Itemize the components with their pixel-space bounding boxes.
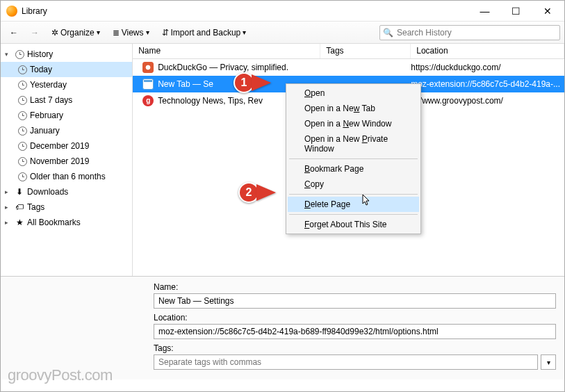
col-location[interactable]: Location	[411, 44, 564, 58]
views-menu[interactable]: ≣ Views	[108, 25, 154, 40]
search-icon: 🔍	[383, 28, 393, 38]
minimize-button[interactable]: —	[469, 1, 500, 21]
sidebar-item-dec19[interactable]: December 2019	[1, 138, 132, 154]
search-box: 🔍	[379, 25, 560, 40]
firefox-icon	[6, 6, 17, 17]
column-headers: Name Tags Location	[133, 44, 564, 59]
name-field[interactable]	[154, 293, 556, 309]
sidebar-item-today[interactable]: Today	[1, 62, 132, 77]
sidebar-item-last7[interactable]: Last 7 days	[1, 92, 132, 108]
location-field[interactable]	[154, 324, 556, 339]
search-input[interactable]	[379, 25, 560, 40]
toolbar: ← → ✲ Organize ≣ Views ⇵ Import and Back…	[1, 22, 564, 44]
ctx-open[interactable]: Open	[288, 85, 419, 101]
titlebar: Library — ☐ ✕	[1, 1, 564, 22]
location-label: Location:	[154, 313, 556, 322]
cursor-icon	[362, 194, 372, 209]
ctx-forget-site[interactable]: Forget About This Site	[288, 217, 419, 232]
sidebar-history[interactable]: ▾History	[1, 47, 132, 62]
sidebar-item-yesterday[interactable]: Yesterday	[1, 77, 132, 92]
back-button[interactable]: ←	[5, 25, 23, 40]
sidebar-item-jan[interactable]: January	[1, 123, 132, 138]
details-panel: Name: Location: Tags: ▾	[1, 276, 564, 379]
sidebar-bookmarks[interactable]: ▸★All Bookmarks	[1, 215, 132, 230]
col-tags[interactable]: Tags	[320, 44, 411, 58]
sidebar-item-older[interactable]: Older than 6 months	[1, 169, 132, 184]
col-name[interactable]: Name	[133, 44, 320, 58]
tags-field[interactable]	[154, 354, 538, 370]
ctx-copy[interactable]: Copy	[288, 177, 419, 192]
tags-label: Tags:	[154, 343, 556, 353]
sidebar: ▾History Today Yesterday Last 7 days Feb…	[1, 44, 133, 276]
forward-button[interactable]: →	[26, 25, 44, 40]
callout-1: 1	[234, 72, 271, 93]
sidebar-item-feb[interactable]: February	[1, 108, 132, 123]
tags-dropdown-button[interactable]: ▾	[541, 354, 556, 370]
context-menu: Open Open in a New Tab Open in a New Win…	[286, 83, 421, 234]
groovypost-icon: g	[142, 95, 154, 106]
callout-2: 2	[238, 182, 276, 203]
sidebar-downloads[interactable]: ▸⬇Downloads	[1, 184, 132, 199]
ctx-open-private[interactable]: Open in a New Private Window	[288, 131, 419, 156]
close-button[interactable]: ✕	[532, 1, 563, 21]
ddg-icon	[142, 62, 154, 73]
newtab-icon	[142, 79, 154, 90]
watermark: groovyPost.com	[8, 366, 113, 384]
sidebar-item-nov19[interactable]: November 2019	[1, 154, 132, 169]
ctx-bookmark[interactable]: Bookmark Page	[288, 161, 419, 177]
window-title: Library	[22, 6, 469, 16]
organize-menu[interactable]: ✲ Organize	[47, 25, 105, 40]
name-label: Name:	[154, 282, 556, 292]
import-backup-menu[interactable]: ⇵ Import and Backup	[157, 25, 252, 40]
sidebar-tags[interactable]: ▸🏷Tags	[1, 199, 132, 215]
ctx-open-new-tab[interactable]: Open in a New Tab	[288, 101, 419, 116]
maximize-button[interactable]: ☐	[500, 1, 532, 21]
ctx-delete-page[interactable]: Delete Page	[288, 197, 419, 212]
ctx-open-new-window[interactable]: Open in a New Window	[288, 116, 419, 131]
library-window: Library — ☐ ✕ ← → ✲ Organize ≣ Views ⇵ I…	[0, 0, 565, 392]
history-row[interactable]: DuckDuckGo — Privacy, simplified. https:…	[133, 59, 564, 76]
